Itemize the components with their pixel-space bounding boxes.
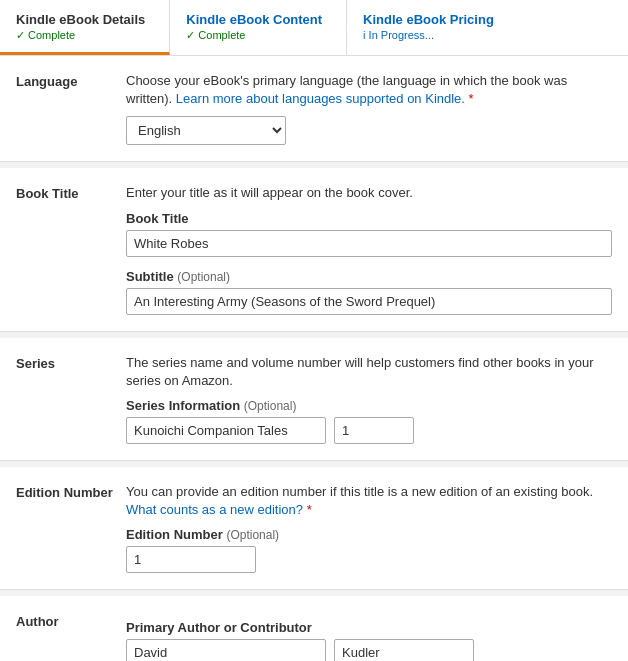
book-title-description: Enter your title as it will appear on th… [126, 184, 612, 202]
language-content: Choose your eBook's primary language (th… [126, 72, 612, 145]
author-label: Author [16, 612, 126, 661]
primary-author-label: Primary Author or Contributor [126, 620, 612, 635]
series-info-field-label: Series Information (Optional) [126, 398, 612, 413]
language-description: Choose your eBook's primary language (th… [126, 72, 612, 108]
series-label: Series [16, 354, 126, 444]
language-select[interactable]: English [126, 116, 286, 145]
language-required-star: * [469, 91, 474, 106]
series-description: The series name and volume number will h… [126, 354, 612, 390]
tab-details[interactable]: Kindle eBook Details ✓ Complete [0, 0, 170, 55]
language-section: Language Choose your eBook's primary lan… [0, 56, 628, 162]
edition-field-label: Edition Number (Optional) [126, 527, 612, 542]
series-inputs-row [126, 417, 612, 444]
author-content: Primary Author or Contributor [126, 612, 612, 661]
edition-description: You can provide an edition number if thi… [126, 483, 612, 519]
title-field-label: Book Title [126, 211, 612, 226]
book-title-input[interactable] [126, 230, 612, 257]
author-last-name-input[interactable] [334, 639, 474, 661]
edition-label: Edition Number [16, 483, 126, 573]
author-first-name-input[interactable] [126, 639, 326, 661]
author-inputs-row [126, 639, 612, 661]
language-label: Language [16, 72, 126, 145]
edition-input[interactable] [126, 546, 256, 573]
series-section: Series The series name and volume number… [0, 338, 628, 461]
tab-content-title: Kindle eBook Content [186, 12, 322, 27]
subtitle-input[interactable] [126, 288, 612, 315]
series-name-input[interactable] [126, 417, 326, 444]
edition-required-star: * [307, 502, 312, 517]
edition-what-counts-link[interactable]: What counts as a new edition? [126, 502, 303, 517]
book-title-label: Book Title [16, 184, 126, 314]
tab-pricing-status: i In Progress... [363, 29, 494, 41]
edition-content: You can provide an edition number if thi… [126, 483, 612, 573]
tab-bar: Kindle eBook Details ✓ Complete Kindle e… [0, 0, 628, 56]
series-content: The series name and volume number will h… [126, 354, 612, 444]
author-section: Author Primary Author or Contributor [0, 596, 628, 661]
tab-pricing[interactable]: Kindle eBook Pricing i In Progress... [347, 0, 518, 55]
tab-details-title: Kindle eBook Details [16, 12, 145, 27]
subtitle-field-label: Subtitle (Optional) [126, 269, 612, 284]
tab-details-status: ✓ Complete [16, 29, 145, 42]
series-volume-input[interactable] [334, 417, 414, 444]
edition-section: Edition Number You can provide an editio… [0, 467, 628, 590]
book-title-content: Enter your title as it will appear on th… [126, 184, 612, 314]
page-container: Kindle eBook Details ✓ Complete Kindle e… [0, 0, 628, 661]
language-learn-more-link[interactable]: Learn more about languages supported on … [176, 91, 465, 106]
tab-content[interactable]: Kindle eBook Content ✓ Complete [170, 0, 347, 55]
tab-pricing-title: Kindle eBook Pricing [363, 12, 494, 27]
book-title-section: Book Title Enter your title as it will a… [0, 168, 628, 331]
tab-content-status: ✓ Complete [186, 29, 322, 42]
